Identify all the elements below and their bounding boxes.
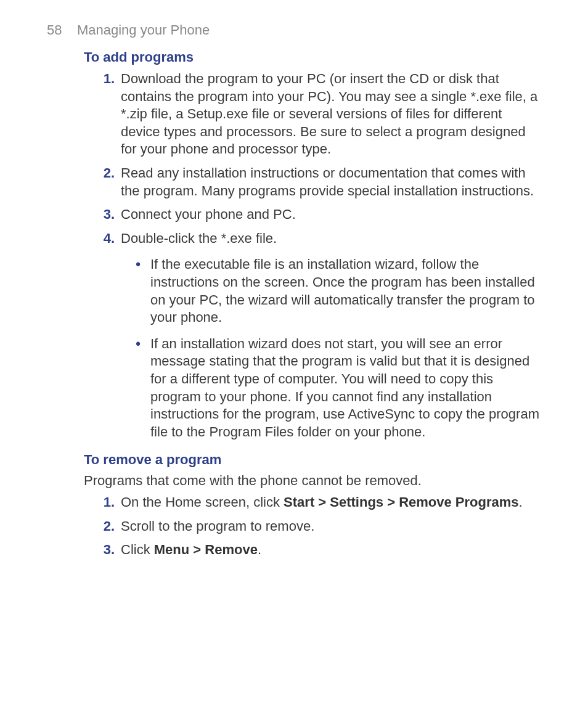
list-item: 4. Double-click the *.exe file. [96,230,541,248]
step-bold: Start > Settings > Remove Programs [284,494,518,510]
step-pre: On the Home screen, click [121,494,284,510]
document-page: 58 Managing your Phone To add programs 1… [0,0,588,559]
step-text: Download the program to your PC (or inse… [121,70,541,158]
list-item: 1. On the Home screen, click Start > Set… [96,494,541,512]
section-intro: Programs that come with the phone cannot… [84,473,541,489]
step-number: 2. [96,518,115,536]
step-text: Double-click the *.exe file. [121,230,541,248]
bullet-item: • If the executable file is an installat… [131,256,541,326]
chapter-title: Managing your Phone [77,22,210,38]
list-item: 1. Download the program to your PC (or i… [96,70,541,158]
bullet-icon: • [131,335,145,353]
bullet-item: • If an installation wizard does not sta… [131,335,541,441]
list-item: 2. Scroll to the program to remove. [96,518,541,536]
step-post: . [519,494,523,510]
step-text: Read any installation instructions or do… [121,165,541,200]
step-number: 1. [96,70,115,88]
list-item: 2. Read any installation instructions or… [96,165,541,200]
step-text: Connect your phone and PC. [121,206,541,224]
step-number: 2. [96,165,115,182]
step-text: On the Home screen, click Start > Settin… [121,494,541,512]
page-header: 58 Managing your Phone [47,22,541,38]
step-number: 3. [96,541,115,559]
step-text: Scroll to the program to remove. [121,518,541,536]
section-title-add: To add programs [84,49,541,65]
step-number: 1. [96,494,115,512]
step-post: . [258,542,261,557]
bullet-text: If the executable file is an installatio… [150,256,541,326]
step-bold: Menu > Remove [154,542,258,557]
step-number: 4. [96,230,115,248]
step-text: Click Menu > Remove. [121,541,541,559]
step-pre: Click [121,542,154,557]
step-pre: Scroll to the program to remove. [121,518,314,534]
step-number: 3. [96,206,115,224]
list-item: 3. Click Menu > Remove. [96,541,541,559]
bullet-icon: • [131,256,145,274]
bullet-text: If an installation wizard does not start… [150,335,541,441]
list-item: 3. Connect your phone and PC. [96,206,541,224]
section-title-remove: To remove a program [84,452,541,468]
page-number: 58 [47,22,62,38]
